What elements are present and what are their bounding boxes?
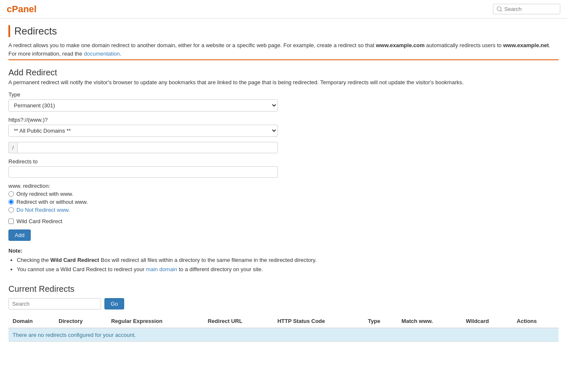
table-header-row: Domain Directory Regular Expression Redi… <box>8 315 559 328</box>
add-redirect-subtitle: A permanent redirect will notify the vis… <box>8 79 559 85</box>
svg-point-0 <box>497 6 501 11</box>
radio-group: Only redirect with www. Redirect with or… <box>8 191 559 213</box>
current-redirects-section: Current Redirects Go Domain Directory Re… <box>8 284 559 342</box>
header: cPanel <box>0 0 567 19</box>
add-button[interactable]: Add <box>8 229 31 241</box>
note-list: Checking the Wild Card Redirect Box will… <box>8 256 559 274</box>
radio-do-not-label: Do Not Redirect www. <box>16 207 70 213</box>
no-redirects-row: There are no redirects configured for yo… <box>8 328 559 342</box>
table-search-input[interactable] <box>8 298 101 309</box>
main-domain-link[interactable]: main domain <box>146 266 177 272</box>
path-group: / <box>8 142 559 153</box>
col-domain: Domain <box>8 315 54 328</box>
col-regex: Regular Expression <box>107 315 204 328</box>
type-group: Type Permanent (301) Temporary (302) <box>8 91 559 112</box>
radio-do-not: Do Not Redirect www. <box>8 207 559 213</box>
col-http-status: HTTP Status Code <box>273 315 364 328</box>
radio-only-www: Only redirect with www. <box>8 191 559 197</box>
radio-with-or-without-label: Redirect with or without www. <box>16 199 88 205</box>
current-redirects-title: Current Redirects <box>8 284 559 294</box>
path-slash: / <box>8 142 17 153</box>
type-select[interactable]: Permanent (301) Temporary (302) <box>8 99 278 112</box>
redirects-to-label: Redirects to <box>8 158 559 165</box>
page-description: A redirect allows you to make one domain… <box>8 41 559 58</box>
col-wildcard: Wildcard <box>462 315 513 328</box>
domain-label: https?://(www.)? <box>8 117 559 123</box>
col-actions: Actions <box>513 315 559 328</box>
wildcard-checkbox[interactable] <box>8 219 14 224</box>
search-input[interactable] <box>504 6 556 12</box>
path-input[interactable] <box>17 142 278 153</box>
documentation-link[interactable]: documentation <box>84 51 120 57</box>
page-title: Redirects <box>14 25 559 37</box>
go-button[interactable]: Go <box>104 298 124 309</box>
type-label: Type <box>8 91 559 98</box>
note-label: Note: <box>8 248 559 254</box>
search-icon <box>497 6 503 12</box>
col-redirect-url: Redirect URL <box>203 315 273 328</box>
radio-only-www-input[interactable] <box>8 191 14 197</box>
radio-only-www-label: Only redirect with www. <box>16 191 73 197</box>
svg-line-1 <box>500 10 502 12</box>
redirects-to-input[interactable] <box>8 166 278 178</box>
note-item-2: You cannot use a Wild Card Redirect to r… <box>17 265 559 274</box>
note-item-1: Checking the Wild Card Redirect Box will… <box>17 256 559 265</box>
search-row: Go <box>8 298 559 309</box>
domain-select[interactable]: ** All Public Domains ** <box>8 125 278 137</box>
radio-with-or-without-input[interactable] <box>8 199 14 205</box>
www-redirection-group: www. redirection: Only redirect with www… <box>8 183 559 213</box>
path-row: / <box>8 142 278 153</box>
table-body: There are no redirects configured for yo… <box>8 328 559 342</box>
section-divider <box>8 59 559 60</box>
redirects-to-group: Redirects to <box>8 158 559 178</box>
radio-with-or-without: Redirect with or without www. <box>8 199 559 205</box>
col-directory: Directory <box>54 315 107 328</box>
cpanel-logo: cPanel <box>7 4 37 15</box>
redirects-table: Domain Directory Regular Expression Redi… <box>8 315 559 342</box>
col-type: Type <box>364 315 397 328</box>
wildcard-label: Wild Card Redirect <box>16 218 62 224</box>
www-label: www. redirection: <box>8 183 559 189</box>
table-head: Domain Directory Regular Expression Redi… <box>8 315 559 328</box>
page-title-wrapper: Redirects <box>8 25 559 37</box>
no-redirects-message: There are no redirects configured for yo… <box>8 328 559 342</box>
radio-do-not-input[interactable] <box>8 207 14 213</box>
header-search-box[interactable] <box>493 4 560 14</box>
main-content: Redirects A redirect allows you to make … <box>0 19 567 349</box>
col-match-www: Match www. <box>397 315 462 328</box>
domain-group: https?://(www.)? ** All Public Domains *… <box>8 117 559 137</box>
add-redirect-title: Add Redirect <box>8 68 559 77</box>
note-section: Note: Checking the Wild Card Redirect Bo… <box>8 248 559 274</box>
wildcard-group: Wild Card Redirect <box>8 218 559 224</box>
